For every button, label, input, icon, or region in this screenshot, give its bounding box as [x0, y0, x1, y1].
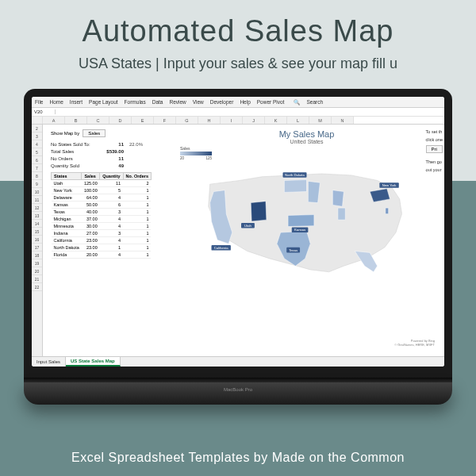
row-header[interactable]: 14 [32, 220, 42, 228]
formula-bar: V20 [32, 108, 444, 117]
table-header[interactable]: Quantity [100, 173, 123, 180]
tab-developer[interactable]: Developer [210, 99, 234, 105]
row-header[interactable]: 8 [32, 172, 42, 180]
row-header[interactable]: 15 [32, 228, 42, 236]
col-header[interactable]: C [87, 117, 109, 124]
row-header[interactable]: 9 [32, 180, 42, 188]
row-header[interactable]: 2 [32, 125, 42, 132]
tab-file[interactable]: File [35, 99, 43, 105]
table-header[interactable]: Sales [82, 173, 100, 180]
tab-view[interactable]: View [193, 99, 204, 105]
svg-text:California: California [214, 246, 228, 250]
col-header[interactable]: A [43, 117, 65, 124]
sheet-tabs: Input Sales US State Sales Map [32, 356, 444, 367]
row-header[interactable]: 16 [32, 236, 42, 244]
state-minnesota [308, 181, 320, 202]
row-header[interactable]: 3 [32, 132, 42, 140]
laptop-brand: MacBook Pro [224, 387, 252, 392]
us-map-svg: Utah North Dakota Kansas Texas Californi… [174, 162, 440, 281]
row-header[interactable]: 22 [32, 283, 42, 291]
table-row[interactable]: Kansas50.0061 [52, 202, 152, 209]
table-row[interactable]: Florida20.0041 [52, 251, 152, 259]
show-map-button[interactable]: Sales [83, 129, 106, 137]
svg-text:Kansas: Kansas [294, 228, 305, 232]
svg-text:Texas: Texas [289, 248, 298, 252]
col-header[interactable]: L [287, 117, 309, 124]
table-row[interactable]: Minnesota30.0041 [52, 223, 152, 230]
table-row[interactable]: Indiana27.0031 [52, 230, 152, 237]
row-header[interactable]: 20 [32, 267, 42, 275]
col-header[interactable]: M [309, 117, 332, 124]
table-header[interactable]: States [52, 173, 82, 180]
row-header[interactable]: 21 [32, 275, 42, 283]
worksheet-content[interactable]: Show Map by Sales No States Sold To:1122… [43, 125, 444, 356]
state-florida [355, 251, 377, 272]
table-row[interactable]: Delaware64.0041 [52, 194, 152, 202]
row-header[interactable]: 18 [32, 251, 42, 259]
tab-page-layout[interactable]: Page Layout [89, 99, 118, 105]
svg-text:North Dakota: North Dakota [285, 173, 305, 177]
row-header[interactable]: 7 [32, 164, 42, 172]
col-header[interactable]: B [65, 117, 87, 124]
tab-help[interactable]: Help [240, 99, 250, 105]
col-header[interactable]: J [243, 117, 265, 124]
select-all-corner[interactable] [32, 117, 43, 124]
col-header[interactable]: I [221, 117, 243, 124]
col-header[interactable]: H [198, 117, 221, 124]
search-label[interactable]: Search [306, 99, 323, 105]
row-header[interactable]: 5 [32, 148, 42, 156]
map-chart[interactable]: My Sales Map United States Sales 20125 U… [174, 128, 440, 348]
table-row[interactable]: Texas40.0031 [52, 209, 152, 216]
name-box[interactable]: V20 [32, 109, 56, 114]
map-legend: Sales 20125 [180, 146, 440, 160]
row-header[interactable]: 4 [32, 140, 42, 148]
table-row[interactable]: California23.0041 [52, 237, 152, 244]
tab-data[interactable]: Data [152, 99, 163, 105]
col-header[interactable]: G [176, 117, 198, 124]
side-instructions: To set thclick one Pri Then goout your [426, 129, 443, 175]
table-row[interactable]: Michigan37.0041 [52, 216, 152, 223]
sales-table: StatesSalesQuantityNo. Orders Utah125.00… [51, 172, 152, 259]
side-button[interactable]: Pri [426, 145, 443, 153]
state-utah [251, 202, 267, 221]
col-header[interactable]: D [109, 117, 132, 124]
table-row[interactable]: New York100.0051 [52, 187, 152, 194]
tab-input-sales[interactable]: Input Sales [32, 357, 66, 367]
tab-power-pivot[interactable]: Power Pivot [257, 99, 285, 105]
search-icon[interactable]: 🔍 [294, 99, 300, 106]
row-header[interactable]: 6 [32, 156, 42, 164]
table-header[interactable]: No. Orders [123, 173, 151, 180]
row-header[interactable]: 17 [32, 244, 42, 251]
col-header[interactable]: E [132, 117, 154, 124]
col-header[interactable]: F [154, 117, 176, 124]
col-header[interactable]: N [332, 117, 354, 124]
row-header[interactable]: 11 [32, 196, 42, 204]
row-header[interactable]: 10 [32, 188, 42, 196]
row-header[interactable]: 13 [32, 212, 42, 220]
tab-home[interactable]: Home [49, 99, 63, 105]
tab-formulas[interactable]: Formulas [125, 99, 146, 105]
map-subtitle: United States [174, 139, 440, 144]
state-delaware [386, 208, 389, 214]
excel-window: File Home Insert Page Layout Formulas Da… [32, 97, 444, 367]
column-headers: A B C D E F G H I J K L M N [32, 117, 444, 125]
tab-us-state-sales-map[interactable]: US State Sales Map [66, 357, 121, 367]
svg-text:New York: New York [382, 183, 397, 187]
tab-insert[interactable]: Insert [70, 99, 83, 105]
tab-review[interactable]: Review [169, 99, 186, 105]
table-row[interactable]: Utah125.00112 [52, 180, 152, 187]
table-row[interactable]: North Dakota23.0011 [52, 244, 152, 251]
row-header[interactable]: 12 [32, 204, 42, 212]
state-michigan [332, 190, 344, 207]
hero-subtitle: USA States | Input your sales & see your… [0, 56, 476, 72]
footer-text: Excel Spreadsheet Templates by Made on t… [0, 451, 476, 465]
ribbon-tabs: File Home Insert Page Layout Formulas Da… [32, 97, 444, 108]
state-kansas [288, 215, 314, 227]
row-header[interactable]: 19 [32, 259, 42, 267]
state-indiana [338, 208, 345, 220]
map-attribution: Powered by Bing© GeoNames, HERE, MSFT [394, 339, 435, 347]
show-map-label: Show Map by [51, 131, 79, 136]
col-header[interactable]: K [265, 117, 287, 124]
svg-text:Utah: Utah [244, 224, 252, 228]
map-title: My Sales Map [174, 129, 440, 139]
